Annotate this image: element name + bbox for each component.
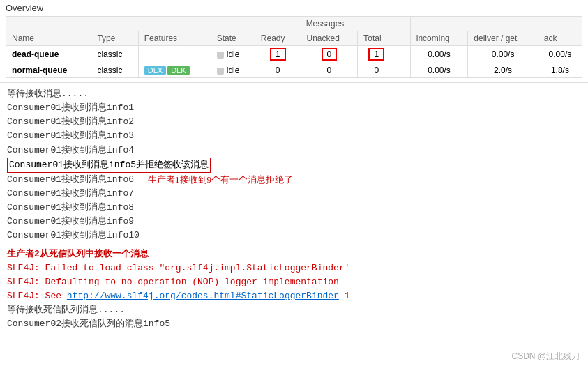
col-name: Name bbox=[6, 31, 91, 46]
total-highlight-box: 1 bbox=[368, 48, 384, 61]
section2-title: 生产者2从死信队列中接收一个消息 bbox=[7, 247, 581, 261]
cell-total: 1 bbox=[358, 46, 395, 63]
col-ack: ack bbox=[538, 31, 582, 46]
log-line: Consumer01接收到消息info7 bbox=[7, 187, 581, 201]
cell-features bbox=[138, 46, 211, 63]
state-icon bbox=[217, 52, 224, 59]
col-ready: Ready bbox=[255, 31, 301, 46]
col-total: Total bbox=[358, 31, 395, 46]
unacked-highlight-box: 0 bbox=[322, 48, 338, 61]
cell-name[interactable]: dead-queue bbox=[6, 46, 91, 63]
cell-state: idle bbox=[211, 63, 255, 78]
log-section2-line: Consumer02接收死信队列的消息info5 bbox=[7, 317, 581, 331]
cell-name[interactable]: normal-queue bbox=[6, 63, 91, 78]
log-line: Consumer01接收到消息info2 bbox=[7, 115, 581, 129]
cell-ready: 1 bbox=[255, 46, 301, 63]
log-line: Consumer01接收到消息info1 bbox=[7, 101, 581, 115]
watermark: CSDN @江北残刀 bbox=[511, 351, 580, 362]
log-line: Consumer01接收到消息info10 bbox=[7, 229, 581, 243]
col-state: State bbox=[211, 31, 255, 46]
log-line: Consumer01接收到消息info8 bbox=[7, 201, 581, 215]
log-line: Consumer01接收到消息info6 bbox=[7, 173, 134, 187]
col-group-header-row: Messages bbox=[6, 17, 582, 31]
log-line-suffix: 1 bbox=[339, 291, 350, 301]
log-title: 等待接收消息..... bbox=[7, 87, 581, 101]
log-line-highlighted-wrapper: Consumer01接收到消息info5并拒绝签收该消息 bbox=[7, 158, 581, 173]
table-section: Overview Messages Name Type Features Sta… bbox=[0, 0, 588, 83]
log-line: Consumer01接收到消息info3 bbox=[7, 129, 581, 143]
inline-comment: 生产者1接收到9个有一个消息拒绝了 bbox=[148, 173, 293, 187]
cell-unacked: 0 bbox=[301, 46, 358, 63]
log-line-with-comment: Consumer01接收到消息info6生产者1接收到9个有一个消息拒绝了 bbox=[7, 173, 581, 187]
cell-incoming: 0.00/s bbox=[410, 63, 468, 78]
log-line-highlighted: Consumer01接收到消息info5并拒绝签收该消息 bbox=[7, 158, 211, 173]
col-type: Type bbox=[91, 31, 138, 46]
messages-group-header: Messages bbox=[255, 17, 395, 31]
cell-type: classic bbox=[91, 63, 138, 78]
overview-label: Overview bbox=[6, 3, 582, 13]
ready-highlight-box: 1 bbox=[270, 48, 286, 61]
cell-ack: 0.00/s bbox=[538, 46, 582, 63]
queue-table: Messages Name Type Features State Ready … bbox=[6, 16, 582, 78]
cell-spacer bbox=[395, 46, 411, 63]
log-section: 等待接收消息..... Consumer01接收到消息info1Consumer… bbox=[0, 83, 588, 335]
col-deliver-get: deliver / get bbox=[468, 31, 538, 46]
cell-total: 0 bbox=[358, 63, 395, 78]
table-row: normal-queueclassicDLXDLKidle0000.00/s2.… bbox=[6, 63, 582, 78]
col-incoming: incoming bbox=[410, 31, 468, 46]
log-section2-line: SLF4J: Failed to load class "org.slf4j.i… bbox=[7, 261, 581, 275]
col-header-row: Name Type Features State Ready Unacked T… bbox=[6, 31, 582, 46]
cell-ack: 1.8/s bbox=[538, 63, 582, 78]
log-section2-line: SLF4J: See http://www.slf4j.org/codes.ht… bbox=[7, 289, 581, 303]
log-line: Consumer01接收到消息info9 bbox=[7, 215, 581, 229]
cell-type: classic bbox=[91, 46, 138, 63]
log-line: Consumer01接收到消息info4 bbox=[7, 144, 581, 158]
table-row: dead-queueclassicidle1010.00/s0.00/s0.00… bbox=[6, 46, 582, 63]
col-unacked: Unacked bbox=[301, 31, 358, 46]
col-group-empty bbox=[6, 17, 255, 31]
cell-deliver-get: 0.00/s bbox=[468, 46, 538, 63]
log-line-prefix: SLF4J: See bbox=[7, 291, 67, 301]
col-group-spacer bbox=[395, 17, 411, 31]
cell-ready: 0 bbox=[255, 63, 301, 78]
log-link[interactable]: http://www.slf4j.org/codes.html#StaticLo… bbox=[67, 291, 339, 301]
col-features: Features bbox=[138, 31, 211, 46]
cell-unacked: 0 bbox=[301, 63, 358, 78]
col-spacer bbox=[395, 31, 411, 46]
cell-spacer bbox=[395, 63, 411, 78]
cell-deliver-get: 2.0/s bbox=[468, 63, 538, 78]
cell-state: idle bbox=[211, 46, 255, 63]
state-icon bbox=[217, 68, 224, 75]
log-section2-line: 等待接收死信队列消息..... bbox=[7, 303, 581, 317]
rates-group-header bbox=[410, 17, 582, 31]
log-section2-line: SLF4J: Defaulting to no-operation (NOP) … bbox=[7, 275, 581, 289]
cell-features: DLXDLK bbox=[138, 63, 211, 78]
cell-incoming: 0.00/s bbox=[410, 46, 468, 63]
